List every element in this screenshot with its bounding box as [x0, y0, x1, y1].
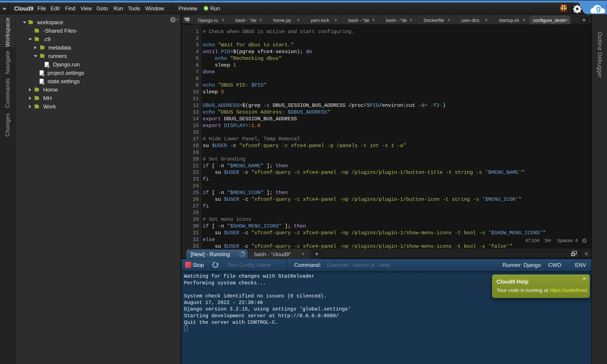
svg-text:9: 9	[596, 5, 601, 14]
svg-text:c: c	[606, 3, 607, 8]
